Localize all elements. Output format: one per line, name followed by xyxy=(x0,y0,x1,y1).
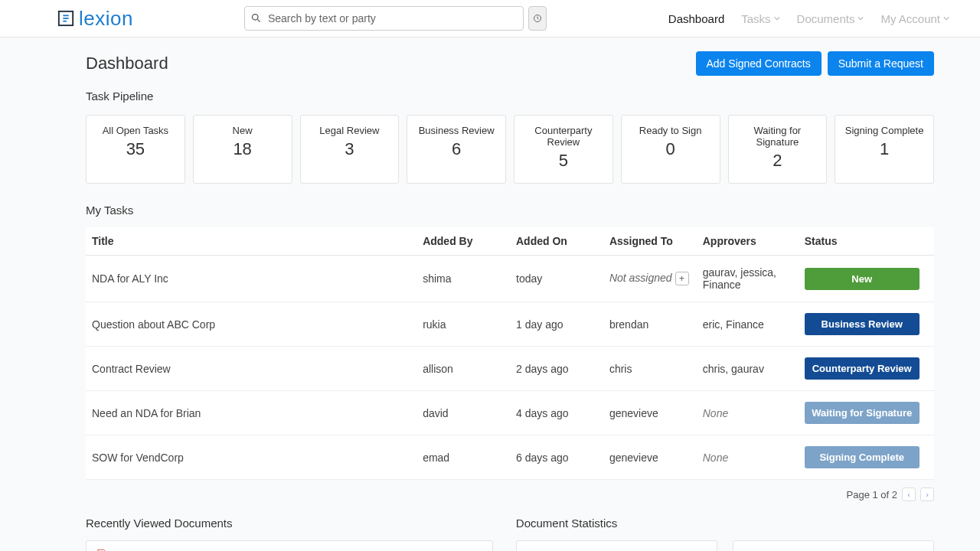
col-status[interactable]: Status xyxy=(799,227,934,256)
search-input[interactable] xyxy=(244,6,524,31)
pipeline-card[interactable]: Ready to Sign0 xyxy=(621,115,720,184)
pager-next-button[interactable]: › xyxy=(920,487,934,501)
pipeline-card-label: Ready to Sign xyxy=(626,125,715,136)
pipeline-card[interactable]: Counterparty Review5 xyxy=(514,115,613,184)
assigned-to-text: genevieve xyxy=(609,452,658,464)
document-statistics-label: Document Statistics xyxy=(516,517,934,530)
task-row[interactable]: Question about ABC Corprukia1 day agobre… xyxy=(86,302,934,347)
pipeline-card[interactable]: All Open Tasks35 xyxy=(86,115,185,184)
chevron-down-icon xyxy=(858,15,864,21)
pipeline-card-count: 1 xyxy=(840,139,929,159)
not-assigned-text: Not assigned xyxy=(609,272,672,284)
nav-tasks[interactable]: Tasks xyxy=(741,12,779,25)
task-row[interactable]: Contract Reviewallison2 days agochrischr… xyxy=(86,347,934,391)
chevron-down-icon xyxy=(943,15,949,21)
status-badge[interactable]: Signing Complete xyxy=(805,446,920,468)
col-added-on[interactable]: Added On xyxy=(510,227,603,256)
pipeline-card[interactable]: New18 xyxy=(193,115,292,184)
status-badge[interactable]: Business Review xyxy=(805,313,920,335)
recent-doc-item[interactable]: PDFMaster Services Agreement · Aviato, I… xyxy=(87,541,492,551)
approvers-text: gaurav, jessica, Finance xyxy=(703,266,776,291)
task-added-on: today xyxy=(510,256,603,302)
pipeline-card-label: New xyxy=(198,125,287,136)
stat-card-by-category: Documents by Category xyxy=(733,540,934,551)
task-added-by: rukia xyxy=(416,302,510,347)
task-added-on: 6 days ago xyxy=(510,435,603,480)
approvers-text: None xyxy=(703,452,728,464)
nav-documents[interactable]: Documents xyxy=(797,12,864,25)
pipeline-card-count: 18 xyxy=(198,139,287,159)
pipeline-card-count: 35 xyxy=(91,139,180,159)
task-added-on: 1 day ago xyxy=(510,302,603,347)
task-row[interactable]: NDA for ALY IncshimatodayNot assigned+ga… xyxy=(86,256,934,302)
task-row[interactable]: SOW for VendCorpemad6 days agogenevieveN… xyxy=(86,435,934,480)
logo-icon xyxy=(57,10,74,27)
task-title: NDA for ALY Inc xyxy=(86,256,416,302)
pipeline-card-count: 2 xyxy=(733,151,822,171)
search-icon xyxy=(250,12,262,24)
pipeline-card[interactable]: Legal Review3 xyxy=(300,115,400,184)
recently-viewed-label: Recently Viewed Documents xyxy=(86,517,493,530)
approvers-text: chris, gaurav xyxy=(703,363,764,375)
col-approvers[interactable]: Approvers xyxy=(697,227,799,256)
task-added-on: 2 days ago xyxy=(510,347,603,391)
add-signed-contracts-button[interactable]: Add Signed Contracts xyxy=(696,51,822,76)
col-title[interactable]: Title xyxy=(86,227,416,256)
task-added-by: allison xyxy=(416,347,510,391)
pipeline-card-count: 0 xyxy=(626,139,715,159)
pipeline-card-label: Counterparty Review xyxy=(519,125,608,148)
status-badge[interactable]: New xyxy=(805,268,920,290)
assigned-to-text: genevieve xyxy=(609,407,658,419)
task-title: Need an NDA for Brian xyxy=(86,391,416,435)
pipeline-card-label: Legal Review xyxy=(305,125,394,136)
task-added-by: david xyxy=(416,391,510,435)
pipeline-card[interactable]: Business Review6 xyxy=(407,115,506,184)
nav-my-account[interactable]: My Account xyxy=(880,12,949,25)
submit-request-button[interactable]: Submit a Request xyxy=(828,51,934,76)
svg-point-4 xyxy=(252,15,258,21)
col-added-by[interactable]: Added By xyxy=(416,227,510,256)
pipeline-card[interactable]: Signing Complete1 xyxy=(835,115,934,184)
task-added-by: shima xyxy=(416,256,510,302)
page-title: Dashboard xyxy=(86,54,168,73)
task-added-on: 4 days ago xyxy=(510,391,603,435)
pager-text: Page 1 of 2 xyxy=(847,489,898,500)
status-badge[interactable]: Counterparty Review xyxy=(805,357,920,380)
pipeline-card-label: All Open Tasks xyxy=(91,125,180,136)
assigned-to-text: brendan xyxy=(609,318,648,331)
col-assigned-to[interactable]: Assigned To xyxy=(603,227,697,256)
chevron-down-icon xyxy=(774,15,780,21)
clock-icon xyxy=(533,14,542,23)
my-tasks-label: My Tasks xyxy=(86,204,934,217)
stat-card-by-type: Documents by Document Type xyxy=(516,540,717,551)
task-title: SOW for VendCorp xyxy=(86,435,416,480)
pipeline-card-label: Waiting for Signature xyxy=(733,125,822,148)
task-title: Question about ABC Corp xyxy=(86,302,416,347)
task-pipeline-label: Task Pipeline xyxy=(86,90,934,103)
svg-line-5 xyxy=(257,19,260,21)
assigned-to-text: chris xyxy=(609,363,632,375)
status-badge[interactable]: Waiting for Signature xyxy=(805,402,920,424)
pipeline-card-count: 6 xyxy=(412,139,501,159)
pager-prev-button[interactable]: ‹ xyxy=(902,487,916,501)
pipeline-card-label: Signing Complete xyxy=(840,125,929,136)
pipeline-card[interactable]: Waiting for Signature2 xyxy=(728,115,828,184)
task-title: Contract Review xyxy=(86,347,416,391)
assign-button[interactable]: + xyxy=(675,272,689,285)
pipeline-card-count: 5 xyxy=(519,151,608,171)
pipeline-card-label: Business Review xyxy=(412,125,501,136)
task-added-by: emad xyxy=(416,435,510,480)
logo-text: lexion xyxy=(79,7,133,31)
approvers-text: None xyxy=(703,407,728,419)
task-row[interactable]: Need an NDA for Briandavid4 days agogene… xyxy=(86,391,934,435)
logo[interactable]: lexion xyxy=(57,7,133,31)
approvers-text: eric, Finance xyxy=(703,318,764,331)
pipeline-card-count: 3 xyxy=(305,139,394,159)
help-button[interactable] xyxy=(528,6,547,31)
nav-dashboard[interactable]: Dashboard xyxy=(668,12,724,25)
